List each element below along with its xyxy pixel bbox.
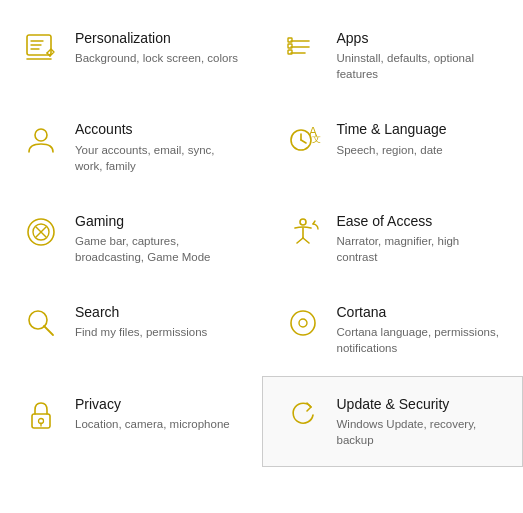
gaming-icon <box>21 212 61 252</box>
ease-of-access-title: Ease of Access <box>337 212 503 230</box>
svg-point-22 <box>300 219 306 225</box>
cortana-icon <box>283 303 323 343</box>
search-icon <box>21 303 61 343</box>
apps-title: Apps <box>337 29 503 47</box>
update-security-desc: Windows Update, recovery, backup <box>337 416 503 448</box>
privacy-desc: Location, camera, microphone <box>75 416 241 432</box>
settings-item-update-security[interactable]: Update & Security Windows Update, recove… <box>262 376 524 467</box>
update-security-icon <box>283 395 323 435</box>
settings-item-apps[interactable]: Apps Uninstall, defaults, optional featu… <box>262 10 524 101</box>
accounts-title: Accounts <box>75 120 241 138</box>
svg-line-24 <box>297 238 303 243</box>
personalization-icon <box>21 29 61 69</box>
svg-rect-9 <box>288 38 292 42</box>
svg-line-25 <box>303 238 309 243</box>
settings-item-search[interactable]: Search Find my files, permissions <box>0 284 262 375</box>
gaming-title: Gaming <box>75 212 241 230</box>
svg-text:文: 文 <box>312 134 321 144</box>
privacy-icon <box>21 395 61 435</box>
accounts-icon <box>21 120 61 160</box>
svg-line-15 <box>301 140 306 143</box>
time-language-desc: Speech, region, date <box>337 142 503 158</box>
search-desc: Find my files, permissions <box>75 324 241 340</box>
settings-item-cortana[interactable]: Cortana Cortana language, permissions, n… <box>262 284 524 375</box>
ease-of-access-desc: Narrator, magnifier, high contrast <box>337 233 503 265</box>
svg-point-30 <box>299 319 307 327</box>
svg-rect-10 <box>288 44 292 48</box>
svg-point-12 <box>35 129 47 141</box>
privacy-title: Privacy <box>75 395 241 413</box>
settings-item-time-language[interactable]: A 文 Time & Language Speech, region, date <box>262 101 524 192</box>
svg-rect-11 <box>288 50 292 54</box>
time-language-title: Time & Language <box>337 120 503 138</box>
settings-item-ease-of-access[interactable]: Ease of Access Narrator, magnifier, high… <box>262 193 524 284</box>
ease-of-access-icon <box>283 212 323 252</box>
settings-item-privacy[interactable]: Privacy Location, camera, microphone <box>0 376 262 467</box>
gaming-desc: Game bar, captures, broadcasting, Game M… <box>75 233 241 265</box>
settings-grid: Personalization Background, lock screen,… <box>0 0 523 477</box>
svg-line-28 <box>44 326 53 335</box>
apps-icon <box>283 29 323 69</box>
cortana-desc: Cortana language, permissions, notificat… <box>337 324 503 356</box>
apps-desc: Uninstall, defaults, optional features <box>337 50 503 82</box>
update-security-title: Update & Security <box>337 395 503 413</box>
settings-item-accounts[interactable]: Accounts Your accounts, email, sync, wor… <box>0 101 262 192</box>
settings-item-personalization[interactable]: Personalization Background, lock screen,… <box>0 10 262 101</box>
settings-item-gaming[interactable]: Gaming Game bar, captures, broadcasting,… <box>0 193 262 284</box>
cortana-title: Cortana <box>337 303 503 321</box>
search-title: Search <box>75 303 241 321</box>
svg-point-29 <box>291 311 315 335</box>
accounts-desc: Your accounts, email, sync, work, family <box>75 142 241 174</box>
time-language-icon: A 文 <box>283 120 323 160</box>
personalization-title: Personalization <box>75 29 241 47</box>
personalization-desc: Background, lock screen, colors <box>75 50 241 66</box>
